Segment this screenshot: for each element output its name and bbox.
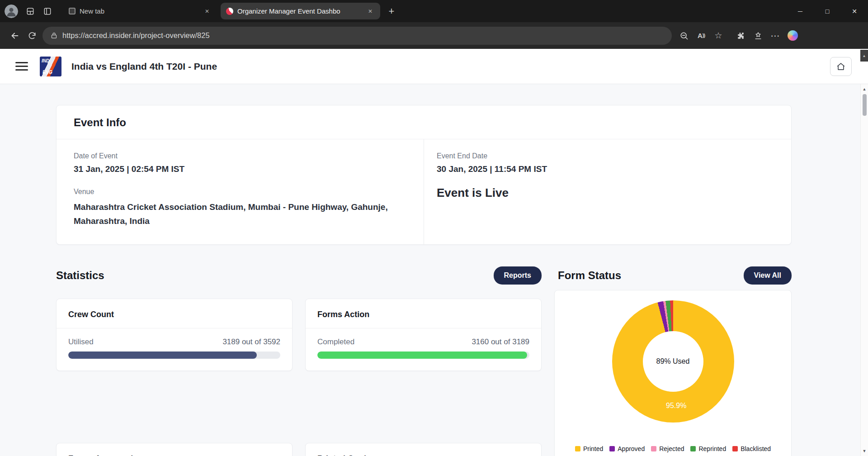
legend-label: Blacklisted xyxy=(741,445,771,452)
statistics-grid: Crew Count Utilised 3189 out of 3592 For… xyxy=(56,290,542,456)
tab-close-icon[interactable]: ✕ xyxy=(203,7,212,16)
copilot-icon xyxy=(788,30,798,41)
stat-label: Completed xyxy=(317,337,354,347)
stat-card-title: Forms Approved xyxy=(57,443,292,456)
zoom-out-button[interactable] xyxy=(675,27,693,44)
forms-approved-card: Forms Approved Approved 3160 out of 3189 xyxy=(56,443,292,456)
event-info-card: Event Info Date of Event 31 Jan, 2025 | … xyxy=(56,105,792,245)
view-all-button[interactable]: View All xyxy=(744,266,792,285)
tab-actions-icon[interactable] xyxy=(40,4,55,19)
progress-fill xyxy=(68,352,257,359)
event-logo: IND ENG xyxy=(40,57,61,76)
refresh-button[interactable] xyxy=(24,27,41,44)
legend-swatch xyxy=(651,446,656,451)
page-scrollbar[interactable]: ▲ ▼ xyxy=(860,84,868,456)
progress-track xyxy=(68,352,280,359)
legend-item-rejected: Rejected xyxy=(651,445,684,452)
stat-value: 3189 out of 3592 xyxy=(222,337,280,347)
date-of-event-label: Date of Event xyxy=(74,152,415,160)
donut-chart: 95.9% 89% Used xyxy=(612,300,734,423)
forms-action-card: Forms Action Completed 3160 out of 3189 xyxy=(305,299,542,371)
maximize-button[interactable]: □ xyxy=(814,0,841,22)
back-arrow-icon xyxy=(10,31,20,41)
tab-close-icon[interactable]: ✕ xyxy=(366,7,375,16)
donut-slice-label: 95.9% xyxy=(666,402,686,410)
logo-text-top: IND xyxy=(42,58,49,63)
insider-favicon-icon xyxy=(226,8,233,15)
event-info-left-column: Date of Event 31 Jan, 2025 | 02:54 PM IS… xyxy=(57,139,424,244)
tab-new-tab[interactable]: New tab ✕ xyxy=(63,3,217,19)
statistics-heading: Statistics xyxy=(56,269,104,282)
settings-menu-button[interactable]: ⋯ xyxy=(767,27,784,44)
legend-item-approved: Approved xyxy=(609,445,645,452)
tab-title: New tab xyxy=(80,7,198,15)
form-status-heading: Form Status xyxy=(558,269,621,282)
reports-button[interactable]: Reports xyxy=(494,266,542,285)
tab-organizer-dashboard[interactable]: Organizer Manager Event Dashbo ✕ xyxy=(221,3,380,19)
profile-avatar[interactable] xyxy=(5,5,18,18)
donut-center-label: 89% Used xyxy=(643,331,703,392)
copilot-button[interactable] xyxy=(784,27,801,44)
window-controls: ─ □ ✕ xyxy=(787,0,868,22)
crew-count-card: Crew Count Utilised 3189 out of 3592 xyxy=(56,299,292,371)
home-icon xyxy=(836,62,846,71)
person-icon xyxy=(5,5,18,18)
zoom-out-icon xyxy=(679,31,689,40)
workspaces-icon[interactable] xyxy=(23,4,38,19)
minimize-button[interactable]: ─ xyxy=(787,0,814,22)
address-bar[interactable]: https://accred.insider.in/project-overvi… xyxy=(42,27,672,45)
extensions-button[interactable] xyxy=(732,27,750,44)
event-title: India vs England 4th T20I - Pune xyxy=(71,61,217,72)
legend-swatch xyxy=(732,446,738,451)
event-info-title: Event Info xyxy=(57,105,791,139)
collections-star-icon xyxy=(754,31,763,40)
browser-scrollbar-up-button[interactable]: ▲ xyxy=(860,50,868,62)
scrollbar-thumb[interactable] xyxy=(863,94,867,116)
legend-swatch xyxy=(609,446,615,451)
browser-toolbar: https://accred.insider.in/project-overvi… xyxy=(0,22,868,49)
read-aloud-button[interactable]: A)) xyxy=(693,27,710,44)
ellipsis-icon: ⋯ xyxy=(771,31,780,40)
printed-cards-card: Printed Cards Printed 3058 out of 39 xyxy=(305,443,542,456)
favorites-hub-button[interactable] xyxy=(750,27,767,44)
favorite-star-button[interactable]: ☆ xyxy=(710,27,727,44)
stat-card-title: Forms Action xyxy=(306,299,541,328)
home-button[interactable] xyxy=(830,57,852,76)
new-tab-favicon-icon xyxy=(69,8,75,14)
lock-icon xyxy=(51,32,57,39)
legend-label: Rejected xyxy=(659,445,684,452)
scrollbar-down-icon[interactable]: ▼ xyxy=(863,446,867,456)
menu-hamburger-icon[interactable] xyxy=(15,62,28,71)
event-end-date-label: Event End Date xyxy=(437,152,791,160)
legend-label: Approved xyxy=(618,445,645,452)
venue-value: Maharashtra Cricket Association Stadium,… xyxy=(74,200,415,228)
legend-item-blacklisted: Blacklisted xyxy=(732,445,771,452)
browser-titlebar: New tab ✕ Organizer Manager Event Dashbo… xyxy=(0,0,868,22)
legend-label: Reprinted xyxy=(698,445,726,452)
new-tab-button[interactable]: + xyxy=(384,4,399,19)
date-of-event-value: 31 Jan, 2025 | 02:54 PM IST xyxy=(74,164,415,174)
stat-label: Utilised xyxy=(68,337,94,347)
back-button[interactable] xyxy=(6,27,24,44)
stat-card-title: Crew Count xyxy=(57,299,292,328)
logo-text-bottom: ENG xyxy=(42,70,52,75)
legend-swatch xyxy=(690,446,696,451)
refresh-icon xyxy=(28,31,37,40)
progress-track xyxy=(317,352,529,359)
legend-item-printed: Printed xyxy=(575,445,603,452)
legend-label: Printed xyxy=(583,445,603,452)
url-text[interactable]: https://accred.insider.in/project-overvi… xyxy=(62,31,210,40)
event-end-date-value: 30 Jan, 2025 | 11:54 PM IST xyxy=(437,164,791,174)
venue-label: Venue xyxy=(74,188,415,196)
event-info-right-column: Event End Date 30 Jan, 2025 | 11:54 PM I… xyxy=(424,139,791,244)
chart-legend: Printed Approved Rejected Reprinted xyxy=(555,445,791,452)
stat-card-title: Printed Cards xyxy=(306,443,541,456)
puzzle-icon xyxy=(736,31,745,40)
event-live-status: Event is Live xyxy=(437,186,791,200)
form-status-card: 95.9% 89% Used Printed Approved xyxy=(554,290,792,456)
main-content: Event Info Date of Event 31 Jan, 2025 | … xyxy=(56,84,792,456)
stat-value: 3160 out of 3189 xyxy=(472,337,529,347)
scrollbar-up-icon[interactable]: ▲ xyxy=(863,84,867,94)
star-icon: ☆ xyxy=(714,31,722,40)
close-button[interactable]: ✕ xyxy=(841,0,868,22)
